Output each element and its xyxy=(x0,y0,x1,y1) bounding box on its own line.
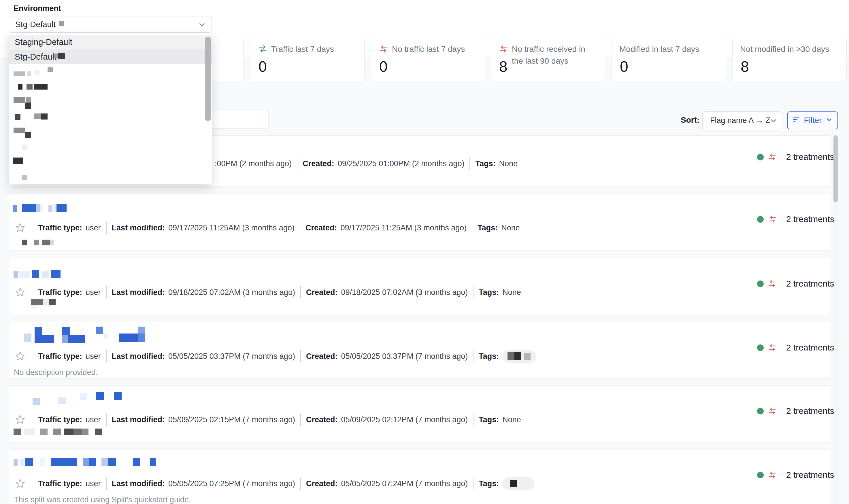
status-dot-green xyxy=(757,344,764,351)
stat-card: Modified in last 7 days0 xyxy=(612,37,726,81)
traffic-arrows-icon xyxy=(768,470,782,480)
redacted-text-block xyxy=(510,480,517,487)
status-dot-green xyxy=(757,216,764,223)
separator xyxy=(32,348,32,364)
status-dot-green xyxy=(757,154,764,160)
separator xyxy=(106,478,107,490)
separator xyxy=(473,286,474,299)
last-modified-value-partial: :00PM (2 months ago) xyxy=(215,159,291,168)
environment-label: Environment xyxy=(14,4,61,13)
stat-card: Not modified in >30 days8 xyxy=(732,37,847,81)
separator xyxy=(300,350,301,362)
favorite-star-icon[interactable] xyxy=(15,351,25,361)
treatments-summary: 2 treatments xyxy=(757,214,834,224)
favorite-star-icon[interactable] xyxy=(15,287,25,298)
filter-button-label: Filter xyxy=(804,116,821,125)
stat-card-label: Traffic last 7 days xyxy=(258,43,357,55)
list-scrollbar-thumb[interactable] xyxy=(833,136,838,202)
chevron-down-icon xyxy=(198,20,206,31)
separator xyxy=(473,478,474,490)
last-modified-value: 05/09/2025 02:15PM (7 months ago) xyxy=(168,415,295,424)
created-value: 05/09/2025 02:12PM (7 months ago) xyxy=(341,415,468,424)
redacted-tag-pill[interactable] xyxy=(502,349,536,363)
created-value: 05/05/2025 03:37PM (7 months ago) xyxy=(341,352,468,361)
environment-select-value: Stg-Default xyxy=(15,20,56,29)
traffic-arrows-icon xyxy=(768,407,782,416)
status-dot-green xyxy=(757,281,764,287)
environment-option[interactable]: Staging-Default xyxy=(9,35,212,50)
stat-card-label: Modified in last 7 days xyxy=(619,43,718,55)
environment-dropdown-menu: Staging-DefaultStg-Default xyxy=(8,33,212,184)
separator xyxy=(300,222,300,234)
environment-option[interactable]: Stg-Default xyxy=(9,50,212,64)
separator xyxy=(297,158,297,169)
flag-meta-line: Traffic type:userLast modified:09/17/202… xyxy=(15,221,520,235)
sort-select[interactable]: Flag name A → Z xyxy=(702,111,782,129)
last-modified-value: 05/05/2025 07:25PM (7 months ago) xyxy=(168,479,295,488)
stat-card-label: No traffic received in the last 90 days xyxy=(499,43,597,67)
separator xyxy=(106,350,107,362)
redacted-text-block xyxy=(524,353,531,360)
flag-meta-line: Traffic type:userLast modified:05/05/202… xyxy=(15,476,535,490)
favorite-star-icon[interactable] xyxy=(15,479,25,489)
separator xyxy=(106,286,107,299)
tags-value: None xyxy=(499,159,517,168)
sort-label: Sort: xyxy=(681,115,700,125)
sort-select-value: Flag name A → Z xyxy=(710,116,770,125)
traffic-arrows-icon xyxy=(768,215,782,224)
separator xyxy=(32,412,32,427)
redacted-text-block xyxy=(514,352,521,360)
stat-card-value: 8 xyxy=(499,59,508,74)
separator xyxy=(32,220,32,236)
treatments-summary: 2 treatments xyxy=(757,152,834,162)
last-modified-value: 05/05/2025 03:37PM (7 months ago) xyxy=(168,352,295,361)
traffic-type-value: user xyxy=(86,352,101,361)
filter-icon xyxy=(792,115,800,126)
flag-meta-line: :00PM (2 months ago)Created:09/25/2025 0… xyxy=(215,157,517,170)
tags-value: None xyxy=(501,223,520,232)
filter-button[interactable]: Filter xyxy=(787,111,838,129)
tags-value: None xyxy=(502,288,521,297)
separator xyxy=(300,286,301,299)
separator xyxy=(470,158,470,169)
treatments-summary: 2 treatments xyxy=(757,470,834,480)
stat-card-value: 0 xyxy=(259,59,267,74)
favorite-star-icon[interactable] xyxy=(15,223,25,233)
stat-card-value: 8 xyxy=(741,59,749,74)
traffic-type-value: user xyxy=(86,223,101,232)
separator xyxy=(106,222,107,234)
separator xyxy=(32,476,32,491)
treatments-count: 2 treatments xyxy=(786,214,834,224)
redacted-text-block xyxy=(508,352,514,360)
separator xyxy=(300,414,301,426)
separator xyxy=(473,414,474,426)
chevron-down-icon xyxy=(825,116,833,125)
tags-value: None xyxy=(502,415,521,424)
flag-description: No description provided. xyxy=(14,368,98,377)
treatments-summary: 2 treatments xyxy=(757,279,834,289)
flag-meta-line: Traffic type:userLast modified:05/09/202… xyxy=(15,413,521,427)
favorite-star-icon[interactable] xyxy=(15,414,25,425)
traffic-type-value: user xyxy=(86,415,101,424)
separator xyxy=(300,478,301,490)
environment-select[interactable]: Stg-Default xyxy=(8,16,212,33)
stat-card-label: Not modified in >30 days xyxy=(740,43,839,55)
treatments-summary: 2 treatments xyxy=(757,406,834,416)
flags-list-page: Environment Stg-Default Traffic last 7 d… xyxy=(0,0,849,504)
stat-card: No traffic received in the last 90 days8 xyxy=(491,37,605,81)
stat-card: No traffic last 7 days0 xyxy=(371,37,485,81)
traffic-type-value: user xyxy=(86,479,101,488)
treatments-count: 2 treatments xyxy=(786,279,834,289)
treatments-count: 2 treatments xyxy=(786,343,834,353)
treatments-count: 2 treatments xyxy=(786,152,834,162)
redacted-tag-pill[interactable] xyxy=(502,477,535,490)
traffic-arrows-icon xyxy=(768,152,782,162)
separator xyxy=(472,222,472,234)
dropdown-scrollbar-thumb[interactable] xyxy=(205,37,211,121)
separator xyxy=(32,285,32,300)
traffic-arrows-icon xyxy=(768,343,782,352)
traffic-type-value: user xyxy=(86,288,101,297)
status-dot-green xyxy=(757,408,764,414)
created-value: 09/25/2025 01:00PM (2 months ago) xyxy=(338,159,464,168)
last-modified-value: 09/17/2025 11:25AM (3 months ago) xyxy=(168,223,295,232)
